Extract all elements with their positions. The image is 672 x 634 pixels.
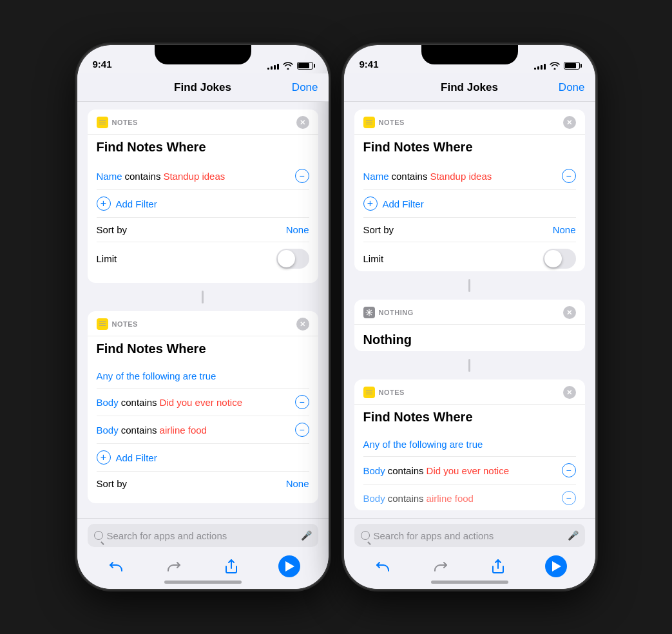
scroll-divider-right-2 [468, 359, 470, 372]
sort-row-2: Sort by None [97, 471, 309, 495]
add-filter-text-1: Add Filter [116, 198, 157, 209]
card-1-close[interactable]: ✕ [296, 116, 309, 129]
sort-label-1: Sort by [97, 224, 286, 235]
filter-val-1[interactable]: Standup ideas [163, 171, 225, 182]
undo-button-left[interactable] [102, 552, 130, 581]
filter-remove-r2-2[interactable]: − [562, 491, 576, 505]
filter-field-r2-2[interactable]: Body [363, 493, 385, 504]
sort-value-1[interactable]: None [286, 224, 309, 235]
card-notes-2: NOTES ✕ Find Notes Where Any of the foll… [88, 311, 318, 503]
limit-label-r1: Limit [363, 253, 543, 264]
card-2-header: NOTES ✕ [88, 311, 318, 336]
undo-icon-right [375, 559, 390, 574]
signal-bar-4 [277, 64, 279, 70]
card-1-title: Find Notes Where [97, 140, 309, 155]
add-filter-row-r1[interactable]: + Add Filter [363, 190, 576, 217]
battery-fill-left [298, 63, 310, 68]
toggle-thumb-r1 [544, 250, 562, 267]
filter-field-1[interactable]: Name [97, 171, 122, 182]
status-time-right: 9:41 [360, 59, 379, 70]
sort-row-1: Sort by None [97, 217, 309, 242]
divider-hint [88, 291, 318, 303]
share-button-right[interactable] [484, 552, 512, 581]
share-button-left[interactable] [217, 552, 245, 581]
divider-hint-right-2 [354, 359, 585, 372]
card-nothing: NOTHING ✕ Nothing [354, 300, 585, 351]
card-r1-close[interactable]: ✕ [563, 116, 576, 129]
undo-button-right[interactable] [369, 552, 397, 581]
filter-remove-r1[interactable]: − [562, 169, 576, 183]
limit-label-1: Limit [97, 253, 276, 264]
filter-val-body-1[interactable]: Did you ever notice [160, 397, 242, 408]
add-filter-row-1[interactable]: + Add Filter [97, 190, 309, 217]
filter-row-body-2: Body contains airline food − [97, 416, 309, 444]
card-r1-body: Find Notes Where Name contains Standup i… [354, 135, 585, 271]
scroll-divider [202, 291, 204, 303]
any-filter-label[interactable]: Any of the following are true [97, 370, 216, 381]
filter-field-r1[interactable]: Name [363, 171, 389, 182]
card-r2-type: NOTES [379, 389, 559, 396]
filter-row-1: Name contains Standup ideas − [97, 162, 309, 190]
mic-icon-right[interactable]: 🎤 [568, 530, 579, 541]
filter-val-r1[interactable]: Standup ideas [430, 171, 492, 182]
wifi-icon-right [550, 62, 560, 70]
play-button-left[interactable] [275, 552, 303, 581]
filter-field-body-2[interactable]: Body [97, 425, 119, 436]
sort-label-r1: Sort by [363, 224, 553, 235]
search-bar-right[interactable]: Search for apps and actions 🎤 [354, 524, 585, 547]
gear-icon [365, 309, 373, 316]
signal-bar-r2 [537, 66, 539, 70]
limit-toggle-r1[interactable] [543, 249, 576, 269]
redo-button-right[interactable] [427, 552, 455, 581]
limit-toggle-1[interactable] [276, 249, 309, 269]
content-left: NOTES ✕ Find Notes Where Name contains S… [77, 102, 329, 518]
sort-row-r1: Sort by None [363, 217, 576, 242]
toolbar-buttons-left [88, 547, 318, 586]
any-filter-row-r2: Any of the following are true [363, 432, 576, 457]
filter-row-r2-2-partial: Body contains airline food − [363, 485, 576, 510]
any-filter-label-r2[interactable]: Any of the following are true [363, 439, 483, 450]
filter-remove-body-1[interactable]: − [295, 395, 309, 409]
card-r1-header: NOTES ✕ [354, 110, 585, 135]
search-bar-left[interactable]: Search for apps and actions 🎤 [88, 524, 318, 547]
sort-value-r1[interactable]: None [553, 224, 576, 235]
nav-title-right: Find Jokes [441, 81, 498, 94]
add-filter-row-2[interactable]: + Add Filter [97, 444, 309, 471]
sort-label-2: Sort by [97, 478, 286, 489]
signal-bars-right [534, 62, 546, 70]
filter-field-r2-1[interactable]: Body [363, 465, 385, 476]
toggle-thumb-1 [278, 250, 295, 267]
filter-val-r2-1[interactable]: Did you ever notice [427, 465, 509, 476]
status-icons-right [534, 62, 580, 70]
filter-field-body-1[interactable]: Body [97, 397, 119, 408]
card-notes-right-2: NOTES ✕ Find Notes Where Any of the foll… [354, 379, 585, 510]
filter-remove-1[interactable]: − [295, 169, 309, 183]
nothing-icon [363, 307, 375, 318]
card-r2-title: Find Notes Where [363, 410, 576, 425]
sort-value-2[interactable]: None [286, 478, 309, 489]
card-2-close[interactable]: ✕ [296, 318, 309, 331]
card-nothing-close[interactable]: ✕ [563, 306, 576, 319]
scroll-divider-right [468, 279, 470, 292]
divider-hint-right [354, 279, 585, 292]
play-button-right[interactable] [542, 552, 570, 581]
filter-remove-body-2[interactable]: − [295, 423, 309, 437]
card-2-body: Find Notes Where Any of the following ar… [88, 336, 318, 503]
search-circle-left [94, 531, 103, 540]
mic-icon-left[interactable]: 🎤 [301, 530, 312, 541]
filter-val-r2-2[interactable]: airline food [427, 493, 474, 504]
filter-remove-r2-1[interactable]: − [562, 463, 576, 477]
card-nothing-type: NOTHING [379, 309, 559, 316]
card-2-type: NOTES [112, 320, 293, 328]
nav-done-right[interactable]: Done [559, 81, 585, 94]
battery-fill-right [565, 63, 577, 68]
svg-point-1 [368, 311, 370, 314]
search-placeholder-left: Search for apps and actions [107, 530, 297, 541]
notes-icon-1 [97, 117, 108, 128]
redo-button-left[interactable] [160, 552, 188, 581]
home-indicator-left [164, 581, 242, 584]
add-filter-text-2: Add Filter [116, 452, 157, 463]
filter-val-body-2[interactable]: airline food [160, 425, 207, 436]
nav-done-left[interactable]: Done [292, 81, 318, 94]
card-r2-close[interactable]: ✕ [563, 386, 576, 399]
